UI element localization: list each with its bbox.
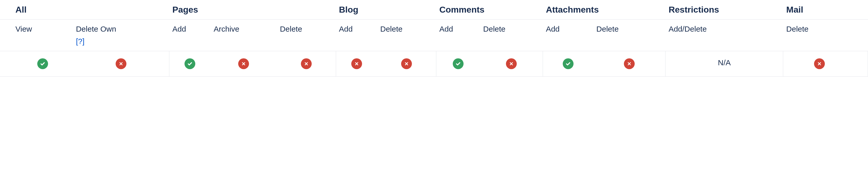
group-header-restrictions: Restrictions — [665, 0, 783, 20]
permission-allowed-icon[interactable] — [453, 58, 464, 69]
permission-denied-icon[interactable] — [506, 58, 517, 69]
col-all-delete-own: Delete Own [?] — [73, 20, 169, 51]
cell-blog-add — [336, 51, 377, 77]
col-label: Delete — [786, 25, 852, 33]
col-label: Delete — [280, 25, 333, 33]
col-label: Archive — [214, 25, 274, 33]
col-attachments-delete: Delete — [593, 20, 665, 51]
col-restrictions-adddelete: Add/Delete — [665, 20, 783, 51]
permission-denied-icon[interactable] — [238, 58, 249, 69]
cell-attachments-delete — [593, 51, 665, 77]
permission-denied-icon[interactable] — [116, 58, 126, 69]
cell-pages-archive — [211, 51, 277, 77]
col-label: Add/Delete — [669, 25, 780, 33]
permission-na-label: N/A — [718, 58, 731, 67]
cell-pages-delete — [277, 51, 336, 77]
col-blog-add: Add — [336, 20, 377, 51]
group-header-mail: Mail — [783, 0, 868, 20]
col-label: Add — [173, 25, 208, 33]
col-mail-delete: Delete — [783, 20, 868, 51]
col-label: Delete Own — [76, 25, 166, 33]
col-label: Add — [439, 25, 477, 33]
cell-mail-delete — [783, 51, 868, 77]
col-attachments-add: Add — [543, 20, 593, 51]
group-header-pages: Pages — [169, 0, 336, 20]
group-header-comments: Comments — [436, 0, 543, 20]
permission-sub-header-row: View Delete Own [?] Add Archive Delete A… — [0, 20, 868, 51]
col-label: Delete — [596, 25, 662, 33]
permission-allowed-icon[interactable] — [185, 58, 195, 69]
permission-denied-icon[interactable] — [301, 58, 312, 69]
col-comments-add: Add — [436, 20, 480, 51]
col-pages-delete: Delete — [277, 20, 336, 51]
col-label: Add — [339, 25, 374, 33]
col-label: Delete — [380, 25, 433, 33]
col-label: Add — [546, 25, 590, 33]
delete-own-help-link[interactable]: [?] — [76, 37, 84, 46]
permission-denied-icon[interactable] — [624, 58, 635, 69]
group-header-attachments: Attachments — [543, 0, 665, 20]
col-pages-archive: Archive — [211, 20, 277, 51]
cell-comments-add — [436, 51, 480, 77]
permission-denied-icon[interactable] — [351, 58, 362, 69]
cell-all-view — [0, 51, 73, 77]
permission-denied-icon[interactable] — [814, 58, 825, 69]
group-header-blog: Blog — [336, 0, 436, 20]
permission-row: N/A — [0, 51, 868, 77]
col-label: Delete — [483, 25, 539, 33]
cell-restrictions: N/A — [665, 51, 783, 77]
permission-allowed-icon[interactable] — [563, 58, 574, 69]
cell-blog-delete — [377, 51, 436, 77]
permissions-table: All Pages Blog Comments Attachments Rest… — [0, 0, 868, 77]
permission-group-header-row: All Pages Blog Comments Attachments Rest… — [0, 0, 868, 20]
col-comments-delete: Delete — [480, 20, 543, 51]
cell-comments-delete — [480, 51, 543, 77]
cell-attachments-add — [543, 51, 593, 77]
permission-allowed-icon[interactable] — [37, 58, 48, 69]
cell-all-delete-own — [73, 51, 169, 77]
col-pages-add: Add — [169, 20, 211, 51]
permission-denied-icon[interactable] — [401, 58, 412, 69]
col-blog-delete: Delete — [377, 20, 436, 51]
cell-pages-add — [169, 51, 211, 77]
group-header-all: All — [0, 0, 169, 20]
col-all-view: View — [0, 20, 73, 51]
col-label: View — [16, 25, 70, 33]
